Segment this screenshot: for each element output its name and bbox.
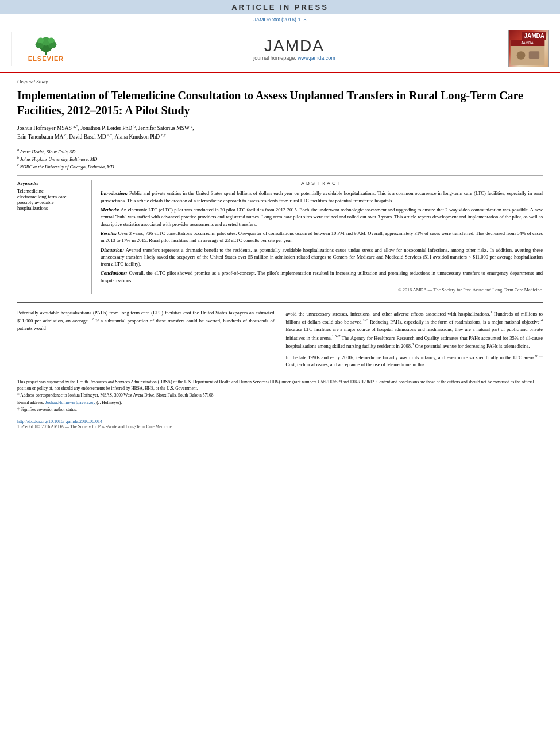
keywords-abstract-section: Keywords: Telemedicine electronic long-t…: [17, 175, 543, 293]
footnote-cosenior: † Signifies co-senior author status.: [17, 407, 543, 413]
abstract-results: Results: Over 3 years, 736 eLTC consulta…: [101, 230, 543, 244]
svg-point-5: [37, 38, 44, 43]
intro-label: Introduction:: [101, 190, 128, 196]
journal-volume-info: JAMDA xxx (2016) 1–5: [253, 17, 306, 22]
svg-point-6: [48, 38, 55, 43]
affiliation-a: a Avera Health, Sioux Falls, SD: [17, 148, 543, 155]
methods-label: Methods:: [101, 207, 119, 213]
footnotes-area: This project was supported by the Health…: [17, 376, 543, 413]
journal-center-header: JAMDA journal homepage: www.jamda.com: [86, 37, 503, 61]
keyword-4: hospitalizations: [17, 205, 86, 211]
doi-line: http://dx.doi.org/10.1016/j.jamda.2016.0…: [17, 419, 543, 424]
svg-point-10: [517, 51, 526, 60]
keyword-1: Telemedicine: [17, 188, 86, 194]
abstract-methods: Methods: An electronic LTC (eLTC) pilot …: [101, 206, 543, 228]
keyword-3: possibly avoidable: [17, 199, 86, 205]
conclusions-label: Conclusions:: [101, 270, 127, 276]
footnote-corr-text: * Address correspondence to Joshua Hofme…: [17, 393, 214, 398]
keywords-column: Keywords: Telemedicine electronic long-t…: [17, 180, 92, 293]
body-right-col: avoid the unnecessary stresses, infectio…: [286, 309, 543, 371]
results-text: Over 3 years, 736 eLTC consultations occ…: [101, 230, 543, 243]
conclusions-text: Overall, the eLTC pilot showed promise a…: [101, 270, 543, 283]
body-two-col: Potentially avoidable hospitalizations (…: [17, 309, 543, 371]
methods-text: An electronic LTC (eLTC) pilot was condu…: [101, 207, 543, 227]
main-content: Original Study Implementation of Telemed…: [0, 73, 560, 435]
footnote-funding: This project was supported by the Health…: [17, 379, 543, 391]
svg-rect-11: [529, 51, 539, 59]
article-in-press-banner: ARTICLE IN PRESS: [0, 0, 560, 14]
journal-info-bar: JAMDA xxx (2016) 1–5: [0, 14, 560, 25]
cover-illustration: JAMDA: [509, 40, 546, 65]
homepage-label: journal homepage:: [253, 55, 296, 61]
abstract-discussion: Discussion: Averted transfers represent …: [101, 247, 543, 268]
results-label: Results:: [101, 230, 117, 236]
abstract-text: Introduction: Public and private entitie…: [101, 190, 543, 293]
jamda-cover-label: JAMDA: [522, 32, 546, 40]
jamda-cover-image: JAMDA JAMDA: [508, 30, 549, 67]
abstract-introduction: Introduction: Public and private entitie…: [101, 190, 543, 204]
journal-header: ELSEVIER JAMDA journal homepage: www.jam…: [0, 25, 560, 73]
footnote-email: E-mail address: Joshua.Hofmeyer@avera.or…: [17, 400, 543, 406]
discussion-text: Averted transfers represent a dramatic b…: [101, 247, 543, 267]
body-right-para-1: avoid the unnecessary stresses, infectio…: [286, 309, 543, 350]
affiliation-c: c NORC at the University of Chicago, Bet…: [17, 163, 543, 170]
footnote-cosenior-text: † Signifies co-senior author status.: [17, 407, 77, 412]
doi-link[interactable]: http://dx.doi.org/10.1016/j.jamda.2016.0…: [17, 419, 102, 424]
body-left-para: Potentially avoidable hospitalizations (…: [17, 309, 275, 332]
banner-text: ARTICLE IN PRESS: [231, 3, 329, 11]
abstract-column: ABSTRACT Introduction: Public and privat…: [101, 180, 543, 293]
email-link[interactable]: Joshua.Hofmeyer@avera.org: [45, 400, 96, 405]
journal-homepage: journal homepage: www.jamda.com: [86, 55, 503, 61]
homepage-link[interactable]: www.jamda.com: [298, 55, 335, 61]
body-section: Potentially avoidable hospitalizations (…: [17, 302, 543, 371]
footnote-correspondence: * Address correspondence to Joshua Hofme…: [17, 393, 543, 399]
elsevier-tree-icon: [29, 35, 63, 55]
keywords-heading: Keywords:: [17, 180, 86, 186]
article-title: Implementation of Telemedicine Consultat…: [17, 88, 543, 118]
abstract-copyright: © 2016 AMDA — The Society for Post-Acute…: [101, 287, 543, 294]
abstract-conclusions: Conclusions: Overall, the eLTC pilot sho…: [101, 270, 543, 284]
footnote-funding-text: This project was supported by the Health…: [17, 379, 534, 391]
discussion-label: Discussion:: [101, 247, 124, 253]
affiliations-section: a Avera Health, Sioux Falls, SD b Johns …: [17, 145, 543, 170]
authors-line: Joshua Hofmeyer MSAS a,*, Jonathon P. Le…: [17, 124, 543, 141]
intro-text: Public and private entities in the Unite…: [101, 190, 543, 203]
svg-text:JAMDA: JAMDA: [521, 41, 534, 45]
body-left-col: Potentially avoidable hospitalizations (…: [17, 309, 275, 371]
affiliation-b: b Johns Hopkins University, Baltimore, M…: [17, 155, 543, 163]
body-right-para-2: In the late 1990s and early 2000s, telem…: [286, 353, 543, 368]
article-type: Original Study: [17, 79, 543, 84]
journal-title: JAMDA: [86, 37, 503, 55]
elsevier-logo: ELSEVIER: [11, 32, 80, 66]
issn-line: 1525-8610/© 2016 AMDA — The Society for …: [17, 424, 543, 429]
keyword-2: electronic long-term care: [17, 194, 86, 199]
abstract-heading: ABSTRACT: [101, 180, 543, 186]
elsevier-wordmark: ELSEVIER: [28, 55, 64, 62]
